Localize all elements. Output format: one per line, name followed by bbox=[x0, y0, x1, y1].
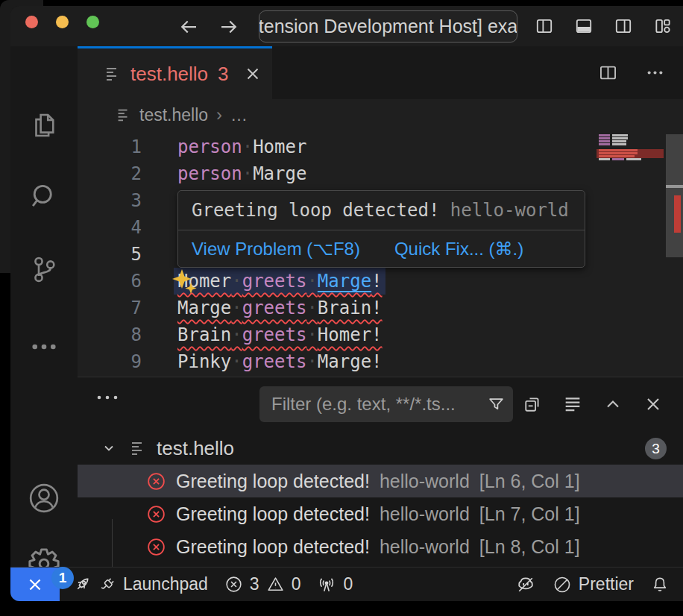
toggle-secondary-sidebar-icon[interactable] bbox=[614, 16, 633, 36]
ports-status-item[interactable]: 0 bbox=[309, 568, 361, 601]
launchpad-status-item[interactable]: Launchpad bbox=[64, 568, 216, 601]
file-icon bbox=[115, 107, 131, 123]
tab-bar: test.hello 3 bbox=[78, 46, 683, 99]
code-token: greets bbox=[242, 298, 307, 318]
minimap[interactable] bbox=[597, 134, 664, 358]
code-token: · bbox=[231, 324, 242, 345]
breadcrumb-more[interactable]: … bbox=[230, 105, 248, 125]
filter-input[interactable] bbox=[270, 393, 487, 415]
tooltip-space bbox=[439, 200, 450, 221]
problems-file-name: test.hello bbox=[157, 437, 234, 460]
code-line-2[interactable]: 2person·Marge bbox=[78, 160, 683, 187]
code-link[interactable]: Marge bbox=[318, 271, 371, 292]
account-icon[interactable] bbox=[10, 481, 78, 515]
prettier-status-item[interactable]: Prettier bbox=[544, 568, 642, 601]
code-line-6[interactable]: 6Homer·greets·Marge! bbox=[78, 268, 683, 295]
problem-message: Greeting loop detected! bbox=[176, 536, 370, 558]
line-number: 4 bbox=[78, 214, 142, 241]
rocket-icon bbox=[72, 575, 92, 594]
code-token: · bbox=[231, 351, 242, 372]
file-icon bbox=[128, 439, 146, 457]
split-editor-icon[interactable] bbox=[598, 63, 618, 83]
more-views-icon[interactable] bbox=[10, 331, 78, 362]
command-center[interactable]: tension Development Host] exa bbox=[259, 10, 517, 43]
code-token: Marge bbox=[253, 163, 306, 184]
activity-bar: 1 bbox=[10, 46, 78, 567]
notifications-item[interactable] bbox=[642, 568, 683, 601]
code-token: greets bbox=[242, 351, 307, 372]
view-as-list-icon[interactable] bbox=[562, 394, 583, 415]
code-token: Pinky bbox=[177, 351, 231, 372]
close-panel-icon[interactable] bbox=[643, 394, 664, 415]
breadcrumb-separator: › bbox=[216, 104, 222, 125]
code-line-9[interactable]: 9Pinky·greets·Marge! bbox=[78, 348, 683, 375]
problems-count-badge: 3 bbox=[645, 438, 667, 459]
line-number: 7 bbox=[78, 295, 142, 321]
problems-panel: test.hello 3 Greeting loop detected!hell… bbox=[78, 377, 683, 567]
code-token: Homer! bbox=[318, 324, 383, 345]
remote-indicator-icon bbox=[24, 573, 46, 596]
copilot-sparkle-icon[interactable] bbox=[171, 266, 201, 296]
problems-filter[interactable] bbox=[259, 386, 513, 422]
problems-file-group[interactable]: test.hello 3 bbox=[78, 432, 683, 465]
quick-fix-link[interactable]: Quick Fix... (⌘.) bbox=[394, 239, 523, 260]
code-token: · bbox=[306, 324, 317, 345]
maximize-panel-icon[interactable] bbox=[602, 394, 623, 415]
tab-test-hello[interactable]: test.hello 3 bbox=[78, 46, 272, 99]
error-icon bbox=[146, 537, 166, 557]
more-actions-icon[interactable] bbox=[645, 63, 665, 83]
copilot-status-item[interactable] bbox=[507, 568, 544, 601]
close-tab-icon[interactable] bbox=[243, 64, 262, 84]
code-text: person·Homer bbox=[177, 133, 306, 160]
error-count: 3 bbox=[250, 574, 259, 594]
editor-scrollbar[interactable] bbox=[666, 131, 683, 377]
code-token: · bbox=[242, 136, 253, 157]
problems-status-item[interactable]: 3 0 bbox=[216, 568, 309, 601]
toggle-primary-sidebar-icon[interactable] bbox=[535, 16, 554, 36]
line-number: 8 bbox=[78, 321, 142, 348]
overview-cursor-marker bbox=[666, 185, 683, 188]
ellipsis-icon[interactable] bbox=[94, 388, 121, 407]
breadcrumb-file[interactable]: test.hello bbox=[139, 105, 208, 125]
funnel-icon[interactable] bbox=[487, 395, 506, 414]
forward-arrow-icon[interactable] bbox=[218, 16, 240, 38]
launchpad-label: Launchpad bbox=[123, 574, 208, 594]
source-control-icon[interactable] bbox=[10, 254, 78, 285]
code-line-1[interactable]: 1person·Homer bbox=[78, 133, 683, 160]
customize-layout-icon[interactable] bbox=[653, 16, 673, 36]
prettier-label: Prettier bbox=[579, 574, 634, 594]
line-number: 9 bbox=[78, 348, 142, 375]
back-arrow-icon[interactable] bbox=[177, 16, 200, 38]
view-problem-link[interactable]: View Problem (⌥F8) bbox=[192, 239, 360, 260]
code-token: · bbox=[231, 298, 242, 318]
problem-location: [Ln 8, Col 1] bbox=[479, 536, 580, 558]
problem-row[interactable]: Greeting loop detected!hello-world[Ln 6,… bbox=[78, 465, 683, 497]
code-text: Brain·greets·Homer! bbox=[177, 321, 383, 348]
maximize-window-button[interactable] bbox=[86, 16, 99, 28]
minimap-line bbox=[597, 158, 664, 161]
code-line-8[interactable]: 8Brain·greets·Homer! bbox=[78, 321, 683, 348]
problem-source: hello-world bbox=[380, 471, 470, 492]
minimize-window-button[interactable] bbox=[56, 16, 69, 28]
search-icon[interactable] bbox=[10, 180, 78, 212]
error-icon bbox=[146, 504, 166, 524]
problem-source: hello-world bbox=[380, 503, 470, 525]
tab-problem-badge: 3 bbox=[218, 63, 228, 86]
code-text: Marge·greets·Brain! bbox=[177, 295, 383, 321]
tooltip-message: Greeting loop detected! bbox=[192, 200, 439, 221]
code-text: person·Marge bbox=[177, 160, 306, 187]
problem-row[interactable]: Greeting loop detected!hello-world[Ln 8,… bbox=[78, 530, 683, 563]
close-window-button[interactable] bbox=[25, 16, 38, 28]
notifications-bell-icon bbox=[650, 575, 670, 594]
collapse-all-icon[interactable] bbox=[522, 394, 543, 415]
problem-row[interactable]: Greeting loop detected!hello-world[Ln 7,… bbox=[78, 497, 683, 530]
toggle-panel-icon[interactable] bbox=[574, 16, 594, 36]
chevron-down-icon[interactable] bbox=[100, 439, 118, 457]
code-text: Pinky·greets·Marge! bbox=[177, 348, 383, 375]
explorer-icon[interactable] bbox=[10, 110, 78, 141]
code-token: · bbox=[231, 271, 242, 292]
code-line-7[interactable]: 7Marge·greets·Brain! bbox=[78, 295, 683, 321]
tooltip-error-code: hello-world bbox=[450, 200, 569, 221]
command-center-text: tension Development Host] exa bbox=[259, 16, 517, 37]
code-editor[interactable]: 1person·Homer2person·Marge3456Homer·gree… bbox=[78, 131, 683, 377]
